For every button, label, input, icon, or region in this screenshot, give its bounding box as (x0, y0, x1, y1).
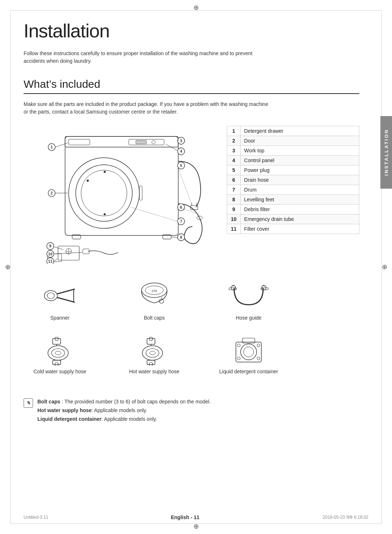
liquid-container-img (227, 333, 270, 366)
section-desc: Make sure all the parts are included in … (24, 100, 270, 116)
part-num: 7 (227, 185, 241, 195)
note-icon: ✎ (24, 398, 33, 408)
spanner-img (38, 279, 82, 312)
svg-text:4: 4 (180, 149, 182, 153)
svg-point-10 (104, 171, 106, 173)
svg-text:8: 8 (180, 235, 182, 239)
table-row: 4Control panel (227, 156, 359, 165)
svg-point-86 (149, 337, 153, 341)
accessory-hose-guide: Hose guide (212, 279, 285, 321)
footer-left: Untitled-3 11 (24, 515, 67, 520)
reg-mark-right: ⊕ (381, 264, 388, 270)
svg-point-12 (104, 213, 106, 215)
accessory-hot-hose: Hot water supply hose (118, 333, 191, 374)
note-3: Liquid detergent container: Applicable m… (37, 416, 157, 422)
table-row: 5Power plug (227, 165, 359, 175)
svg-line-48 (171, 237, 178, 238)
part-num: 4 (227, 156, 241, 165)
svg-rect-8 (139, 186, 142, 200)
footer-page-num: English - 11 (67, 514, 303, 520)
main-content: Installation Follow these instructions c… (0, 0, 392, 454)
accessory-spanner: Spanner (24, 279, 96, 321)
part-num: 11 (227, 224, 241, 234)
cold-hose-img (38, 333, 82, 366)
part-label: Control panel (240, 156, 359, 165)
svg-line-57 (54, 259, 57, 261)
spanner-label: Spanner (50, 315, 70, 321)
part-label: Detergent drawer (240, 126, 359, 136)
svg-text:270: 270 (151, 289, 157, 293)
section-heading: What’s included (24, 78, 359, 94)
svg-text:2: 2 (50, 191, 53, 195)
svg-rect-1 (65, 136, 178, 147)
svg-point-96 (237, 357, 240, 360)
table-row: 10Emergency drain tube (227, 214, 359, 224)
table-row: 8Levelling feet (227, 195, 359, 205)
svg-line-51 (54, 247, 63, 250)
svg-point-59 (47, 293, 54, 299)
table-row: 7Drum (227, 185, 359, 195)
svg-point-58 (44, 291, 57, 301)
reg-mark-left: ⊕ (4, 264, 11, 270)
accessories-section: Spanner 270 Bolt caps (24, 279, 359, 387)
notes-text: Bolt caps : The provided number (3 to 6)… (37, 398, 211, 423)
table-row: 9Debris filter (227, 205, 359, 214)
cold-hose-label: Cold water supply hose (33, 369, 86, 374)
svg-point-97 (257, 357, 260, 360)
reg-mark-bottom: ⊕ (193, 523, 199, 530)
svg-point-84 (150, 351, 155, 355)
part-num: 9 (227, 205, 241, 214)
part-num: 1 (227, 126, 241, 136)
svg-point-7 (81, 170, 127, 216)
table-row: 2Door (227, 136, 359, 146)
svg-line-27 (55, 143, 68, 147)
svg-line-61 (57, 297, 74, 302)
table-row: 3Work top (227, 146, 359, 156)
svg-line-60 (57, 289, 74, 294)
reg-mark-top: ⊕ (193, 4, 199, 11)
table-row: 6Drain hose (227, 175, 359, 185)
svg-point-95 (257, 344, 260, 347)
svg-point-92 (244, 347, 254, 357)
svg-point-6 (76, 165, 132, 221)
liquid-container-label: Liquid detergent container (219, 369, 278, 374)
sidebar-tab: INSTALLATION (380, 116, 392, 189)
svg-line-36 (166, 144, 177, 151)
svg-point-81 (55, 362, 58, 366)
svg-text:7: 7 (180, 219, 182, 223)
svg-point-91 (241, 344, 257, 360)
part-label: Drain hose (240, 175, 359, 185)
svg-point-94 (237, 344, 240, 347)
svg-text:1: 1 (50, 145, 53, 149)
svg-text:9: 9 (49, 244, 51, 248)
parts-table: 1Detergent drawer2Door3Work top4Control … (227, 126, 359, 234)
part-label: Emergency drain tube (240, 214, 359, 224)
svg-line-39 (177, 166, 192, 206)
svg-point-76 (55, 351, 61, 355)
svg-point-74 (48, 346, 68, 360)
part-label: Door (240, 136, 359, 146)
table-row: 11Filter cover (227, 224, 359, 234)
svg-point-4 (152, 140, 155, 144)
svg-rect-93 (242, 338, 255, 343)
part-label: Levelling feet (240, 195, 359, 205)
svg-rect-85 (147, 338, 155, 344)
note-2: Hot water supply hose: Applicable models… (37, 407, 147, 413)
part-num: 10 (227, 214, 241, 224)
accessory-cold-hose: Cold water supply hose (24, 333, 96, 374)
part-num: 8 (227, 195, 241, 205)
note-1: Bolt caps : The provided number (3 to 6)… (37, 399, 211, 404)
part-label: Drum (240, 185, 359, 195)
svg-text:11: 11 (48, 259, 52, 263)
sidebar-tab-label: INSTALLATION (384, 129, 389, 176)
accessory-bolt-caps: 270 Bolt caps (118, 279, 191, 321)
svg-point-82 (142, 346, 163, 360)
svg-text:10: 10 (48, 252, 52, 256)
bolt-caps-img: 270 (132, 279, 176, 312)
hot-hose-img (132, 333, 176, 366)
part-label: Filter cover (240, 224, 359, 234)
intro-text: Follow these instructions carefully to e… (24, 50, 270, 65)
svg-point-5 (69, 158, 139, 229)
hose-guide-label: Hose guide (236, 315, 262, 321)
part-label: Power plug (240, 165, 359, 175)
